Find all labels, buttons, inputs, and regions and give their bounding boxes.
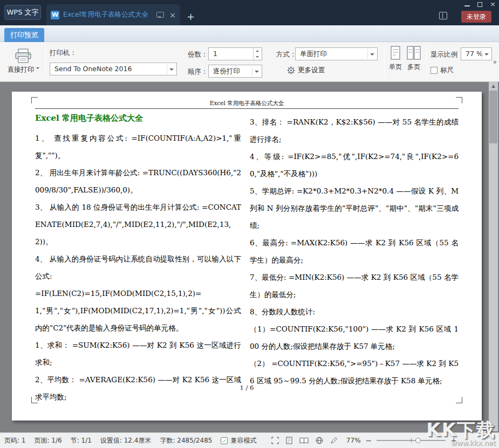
tab-close-icon[interactable]: × xyxy=(169,11,176,19)
new-tab-button[interactable]: + xyxy=(187,11,195,22)
sidebar-toggle-icon[interactable] xyxy=(439,12,447,19)
stepper-down-icon[interactable] xyxy=(256,56,259,58)
comment-bubble-icon[interactable] xyxy=(156,12,164,18)
app-menu-tab[interactable]: WPS 文字 xyxy=(4,5,41,20)
ruler-checkbox[interactable]: 标尺 xyxy=(430,66,454,75)
zoom-slider[interactable] xyxy=(377,437,446,444)
copies-stepper[interactable]: 1 xyxy=(208,47,262,60)
more-settings-button[interactable]: 更多设置 xyxy=(287,66,325,75)
paragraph: 1、求和： =SUM(K2:K56) ——对 K2 到 K56 这一区域进行求和… xyxy=(35,336,241,371)
checkbox-icon xyxy=(430,67,438,74)
printer-select-value: Send To OneNote 2016 xyxy=(54,65,132,73)
paragraph: 3、 从输入的 18 位身份证号的出生年月计算公式: =CONCATENATE(… xyxy=(35,198,241,250)
order-select[interactable]: 逐份打印 xyxy=(208,65,262,78)
zoom-percent[interactable]: 77% xyxy=(346,437,361,444)
order-select-value: 逐份打印 xyxy=(213,67,240,75)
wps-document-icon: W xyxy=(51,11,59,19)
tab-print-preview[interactable]: 打印预览 xyxy=(4,28,44,42)
scroll-down-icon[interactable]: ▼ xyxy=(489,423,498,431)
preview-canvas: Excel 常用电子表格公式大全 Excel 常用电子表格公式大全 1、 查找重… xyxy=(0,82,499,432)
paragraph: =IF(LEN(C2)=15,IF(MOD(MID(C2,15,1),2)=1,… xyxy=(35,285,241,336)
login-button[interactable]: 未登录 xyxy=(461,11,491,23)
copies-label: 份数 : xyxy=(188,50,206,59)
status-setting[interactable]: 设置值: 12.4厘米 xyxy=(100,436,152,445)
method-select-value: 单面打印 xyxy=(300,50,327,58)
paragraph: 3、排名： =RANK(K2，K$2:K$56) ——对 55 名学生的成绩进行… xyxy=(250,113,459,148)
chevron-down-icon xyxy=(36,67,39,71)
status-page: 页面: 1/6 xyxy=(35,436,62,445)
toolbar-separator xyxy=(384,46,385,78)
method-label: 方式 : xyxy=(276,50,294,59)
vertical-scrollbar[interactable]: ▲ ▼ xyxy=(489,82,498,431)
document-tab-label: Excel常用电子表格公式大全 xyxy=(63,10,153,19)
direct-print-label: 直接打印 xyxy=(8,65,39,74)
paragraph: 8、分数段人数统计: xyxy=(250,303,459,320)
text-column-right: 3、排名： =RANK(K2，K$2:K$56) ——对 55 名学生的成绩进行… xyxy=(250,113,459,389)
multi-page-label: 多页 xyxy=(407,63,420,72)
print-toolbar: 直接打印 打印机 : Send To OneNote 2016 份数 : 1 顺… xyxy=(0,42,499,82)
printer-select[interactable]: Send To OneNote 2016 xyxy=(50,63,177,75)
text-column-left: 1、 查找重复内容公式: =IF(COUNTIF(A:A,A2)>1,"重复",… xyxy=(35,129,241,405)
single-page-icon xyxy=(390,46,401,60)
status-compat-mode[interactable]: ✓兼容模式 xyxy=(221,436,256,445)
ribbon-tab-row: 打印预览 xyxy=(0,25,499,42)
multi-page-button[interactable]: 多页 xyxy=(406,46,422,72)
stepper-up-icon[interactable] xyxy=(256,50,259,52)
direct-print-button[interactable]: 直接打印 xyxy=(3,44,43,79)
gear-icon xyxy=(287,66,295,74)
status-wordcount[interactable]: 字数: 2485/2485 xyxy=(160,436,212,445)
paragraph: 4、等级: =IF(K2>=85,"优",IF(K2>=74,"良",IF(K2… xyxy=(250,148,459,182)
single-page-label: 单页 xyxy=(389,63,402,72)
method-select[interactable]: 单面打印 xyxy=(295,47,378,60)
ruler-label: 标尺 xyxy=(440,66,454,75)
zoom-slider-tick xyxy=(411,438,412,443)
minimize-button[interactable] xyxy=(464,5,470,6)
zoom-controls: 77% − + xyxy=(346,437,457,444)
document-title: Excel 常用电子表格公式大全 xyxy=(35,113,143,123)
toolbar-separator xyxy=(45,46,46,78)
window-controls: × xyxy=(464,0,496,9)
zoom-out-button[interactable]: − xyxy=(366,437,372,444)
spellcheck-icon: ✓ xyxy=(221,437,228,444)
ratio-label: 显示比例 xyxy=(430,50,457,59)
document-page: Excel 常用电子表格公式大全 Excel 常用电子表格公式大全 1、 查找重… xyxy=(12,92,482,421)
zoom-slider-thumb[interactable] xyxy=(415,438,421,443)
copies-value: 1 xyxy=(213,50,217,58)
printer-label: 打印机 : xyxy=(50,49,74,58)
paragraph: 2、 用出生年月来计算年龄公式: =TRUNC((DAYS360(H6,"200… xyxy=(35,164,241,198)
more-settings-label: 更多设置 xyxy=(298,66,325,75)
toolbar-expand-icon[interactable]: » xyxy=(491,55,498,69)
stepper-arrows xyxy=(253,48,262,60)
outline-view-icon[interactable] xyxy=(330,437,338,444)
paragraph: 4、 从输入的身份证号码内让系统自动提取性别，可以输入以下公式: xyxy=(35,250,241,285)
view-switcher xyxy=(271,437,338,444)
order-label: 顺序 : xyxy=(188,67,206,77)
page-header: Excel 常用电子表格公式大全 xyxy=(35,97,459,109)
toolbar-separator xyxy=(426,46,427,78)
paragraph: 7、最低分: =MIN(K2:K56) ——求 K2 到 K56 区域（55 名… xyxy=(250,268,459,303)
document-tab[interactable]: W Excel常用电子表格公式大全 × xyxy=(46,4,180,25)
maximize-button[interactable] xyxy=(477,2,482,7)
margin-mark xyxy=(456,397,462,403)
status-section: 节: 1/1 xyxy=(71,436,92,445)
paragraph: 5、学期总评: =K2*0.3+M2*0.3+N2*0.4 ——假设 K 列、M… xyxy=(250,182,459,234)
zoom-in-button[interactable]: + xyxy=(450,437,457,444)
paragraph: 1、 查找重复内容公式: =IF(COUNTIF(A:A,A2)>1,"重复",… xyxy=(35,129,241,164)
paragraph: 6、最高分: =MAX(K2:K56) ——求 K2 到 K56 区域（55 名… xyxy=(250,234,459,268)
status-page-code: 页码: 1 xyxy=(4,436,26,445)
single-page-button[interactable]: 单页 xyxy=(387,46,404,72)
page-number: 1 / 6 xyxy=(12,384,482,391)
scroll-up-icon[interactable]: ▲ xyxy=(489,82,498,90)
titlebar: WPS 文字 W Excel常用电子表格公式大全 × + × 未登录 xyxy=(0,0,499,25)
web-layout-icon[interactable] xyxy=(316,437,323,444)
printer-icon xyxy=(14,49,32,64)
zoom-ratio-select[interactable]: 77 % xyxy=(461,47,492,60)
multi-page-icon xyxy=(407,46,421,60)
statusbar: 页码: 1 页面: 1/6 节: 1/1 设置值: 12.4厘米 字数: 248… xyxy=(0,432,499,448)
fullscreen-icon[interactable] xyxy=(271,437,279,444)
close-button[interactable]: × xyxy=(490,1,496,8)
app-menu-label: WPS 文字 xyxy=(6,8,38,16)
read-layout-icon[interactable] xyxy=(299,437,309,444)
scrollbar-thumb[interactable] xyxy=(489,91,497,143)
print-layout-icon[interactable] xyxy=(286,437,292,444)
